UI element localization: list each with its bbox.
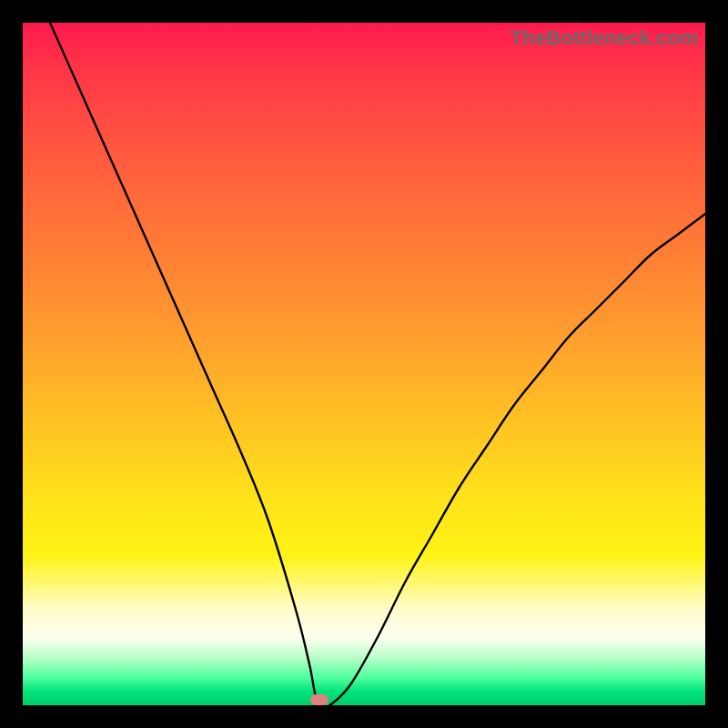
chart-frame: TheBottleneck.com: [0, 0, 728, 728]
plot-area: TheBottleneck.com: [23, 23, 705, 705]
bottleneck-curve: [23, 23, 705, 705]
optimal-point-marker: [310, 694, 329, 705]
